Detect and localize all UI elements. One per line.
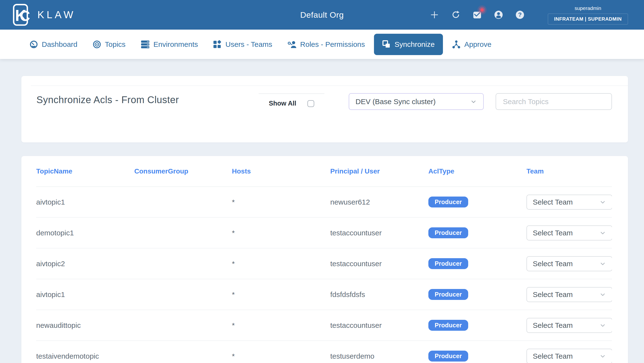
table-row: aivtopic1 * newuser612 Producer Select T… [36, 187, 612, 218]
topic-name-cell: demotopic1 [36, 229, 134, 237]
nav-item-roles-permissions[interactable]: Roles - Permissions [280, 40, 372, 49]
column-header-hosts: Hosts [232, 167, 330, 175]
team-select[interactable]: Select Team [526, 318, 612, 333]
hosts-cell: * [232, 198, 330, 206]
approve-icon [452, 40, 461, 49]
team-cell: Select Team [526, 195, 612, 210]
nav-item-environments[interactable]: Environments [133, 40, 206, 49]
brand-name: KLAW [38, 9, 76, 21]
svg-text:C: C [20, 8, 30, 24]
team-select[interactable]: Select Team [526, 195, 612, 210]
column-header-acltype: AclType [428, 167, 526, 175]
nav-item-approve[interactable]: Approve [444, 40, 499, 49]
team-select-value: Select Team [533, 321, 573, 330]
chevron-down-icon [470, 98, 477, 105]
nav-item-dashboard[interactable]: Dashboard [22, 40, 85, 49]
page-content: Synchronize Acls - From Cluster Show All… [0, 59, 644, 363]
hosts-cell: * [232, 229, 330, 237]
hosts-cell: * [232, 260, 330, 268]
hosts-cell: * [232, 352, 330, 360]
main-nav: Dashboard Topics Environments Users - Te… [0, 29, 644, 59]
topic-name-cell: aivtopic2 [36, 260, 134, 268]
principal-user-cell: testaccountuser [330, 260, 428, 268]
team-select[interactable]: Select Team [526, 349, 612, 363]
team-select-value: Select Team [533, 352, 573, 360]
team-select-value: Select Team [533, 229, 573, 237]
team-cell: Select Team [526, 318, 612, 333]
chevron-down-icon [599, 322, 606, 329]
nav-item-users-teams[interactable]: Users - Teams [206, 40, 280, 49]
mail-notifications-icon[interactable] [472, 10, 482, 19]
nav-label: Environments [154, 40, 198, 48]
acl-type-badge: Producer [428, 351, 468, 362]
acl-type-badge: Producer [428, 227, 468, 238]
team-select-value: Select Team [533, 260, 573, 268]
hosts-cell: * [232, 291, 330, 299]
team-select[interactable]: Select Team [526, 287, 612, 302]
nav-item-topics[interactable]: Topics [85, 40, 133, 49]
help-icon[interactable]: ? [515, 10, 524, 19]
team-select-value: Select Team [533, 198, 573, 206]
show-all-label: Show All [269, 100, 296, 107]
team-select[interactable]: Select Team [526, 225, 612, 241]
nav-label: Topics [105, 40, 126, 48]
search-topics-input[interactable] [496, 93, 612, 110]
table-row: testaivendemotopic * testuserdemo Produc… [36, 341, 612, 363]
nav-label: Dashboard [42, 40, 78, 48]
klaw-logo: K C [12, 4, 32, 26]
acl-type-cell: Producer [428, 197, 526, 207]
column-header-topicname: TopicName [36, 167, 134, 175]
acl-type-cell: Producer [428, 320, 526, 331]
team-select[interactable]: Select Team [526, 256, 612, 271]
nav-item-synchronize[interactable]: Synchronize [374, 34, 443, 55]
team-role-badge: INFRATEAM | SUPERADMIN [548, 13, 628, 24]
chevron-down-icon [599, 291, 606, 298]
acl-type-badge: Producer [428, 258, 468, 269]
acl-type-cell: Producer [428, 227, 526, 238]
topic-name-cell: newaudittopic [36, 321, 134, 330]
nav-label: Users - Teams [225, 40, 272, 48]
principal-user-cell: testuserdemo [330, 352, 428, 360]
cluster-select[interactable]: DEV (Base Sync cluster) [349, 93, 484, 110]
top-bar: K C KLAW Default Org ? superadmin INFRAT… [0, 0, 644, 29]
acl-type-badge: Producer [428, 197, 468, 207]
page-title: Synchronize Acls - From Cluster [36, 94, 179, 105]
column-header-principal-user: Principal / User [330, 167, 428, 175]
acl-type-badge: Producer [428, 289, 468, 300]
principal-user-cell: testaccountuser [330, 321, 428, 330]
team-cell: Select Team [526, 225, 612, 241]
nav-label: Roles - Permissions [300, 40, 365, 48]
dashboard-icon [30, 40, 38, 49]
acl-table-body: aivtopic1 * newuser612 Producer Select T… [36, 187, 612, 363]
brand[interactable]: K C KLAW [12, 4, 76, 26]
acl-type-cell: Producer [428, 351, 526, 362]
user-block[interactable]: superadmin INFRATEAM | SUPERADMIN [548, 5, 628, 24]
team-cell: Select Team [526, 256, 612, 271]
chevron-down-icon [599, 199, 606, 206]
column-header-team: Team [526, 167, 612, 175]
nav-label: Synchronize [394, 40, 435, 48]
show-all-checkbox[interactable] [308, 100, 314, 107]
acl-type-cell: Producer [428, 258, 526, 269]
topic-name-cell: aivtopic1 [36, 291, 134, 299]
org-title: Default Org [300, 10, 344, 20]
team-cell: Select Team [526, 349, 612, 363]
team-select-value: Select Team [533, 291, 573, 299]
column-header-consumergroup: ConsumerGroup [134, 167, 232, 175]
user-profile-icon[interactable] [494, 10, 503, 19]
chevron-down-icon [599, 260, 606, 267]
principal-user-cell: fdsfdsfdsfs [330, 291, 428, 299]
svg-text:?: ? [518, 11, 522, 18]
show-all-control: Show All [258, 93, 324, 107]
nav-label: Approve [464, 40, 492, 48]
acl-table-card: TopicName ConsumerGroup Hosts Principal … [21, 156, 628, 363]
hosts-cell: * [232, 321, 330, 330]
username: superadmin [548, 5, 628, 13]
team-cell: Select Team [526, 287, 612, 302]
topbar-actions: ? superadmin INFRATEAM | SUPERADMIN [430, 5, 628, 24]
plus-icon[interactable] [430, 10, 439, 19]
divider [31, 85, 628, 86]
topics-icon [92, 40, 101, 49]
chevron-down-icon [599, 230, 606, 236]
refresh-icon[interactable] [451, 10, 460, 19]
